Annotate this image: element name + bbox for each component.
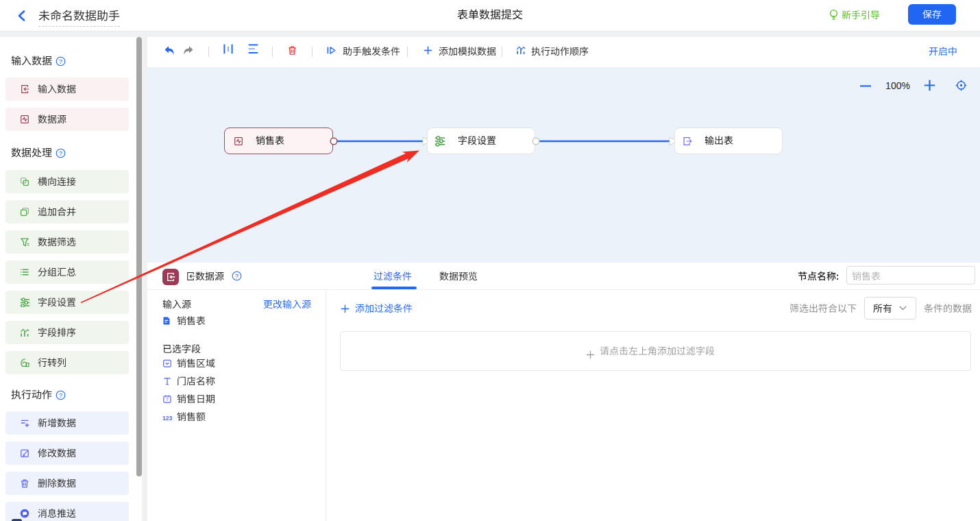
svg-text:?: ? — [59, 149, 62, 157]
svg-text:?: ? — [235, 272, 238, 280]
svg-text:?: ? — [59, 391, 62, 399]
svg-text:?: ? — [59, 58, 62, 65]
svg-text:7: 7 — [166, 397, 169, 402]
svg-text:123: 123 — [162, 415, 172, 422]
